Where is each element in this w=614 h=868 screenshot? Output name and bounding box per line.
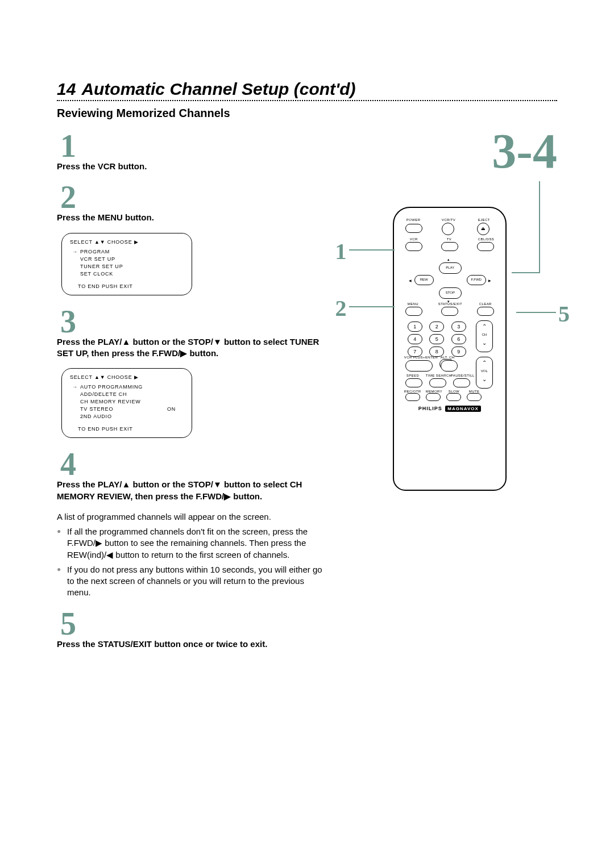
lbl-speed: SPEED bbox=[406, 374, 419, 377]
page-title: Automatic Channel Setup (cont'd) bbox=[81, 80, 355, 99]
osd2-item-1: ADD/DELETE CH bbox=[80, 391, 127, 397]
arrow-icon: → bbox=[72, 383, 78, 391]
brand-philips: PHILIPS bbox=[418, 406, 442, 411]
lbl-rew: REW bbox=[415, 278, 433, 281]
lbl-vcrtv: VCR/TV bbox=[442, 218, 455, 222]
osd2-footer: TO END PUSH EXIT bbox=[70, 426, 184, 432]
play-up-icon: ▲ bbox=[447, 258, 450, 261]
menu-button[interactable] bbox=[405, 307, 422, 316]
callout-5-line bbox=[516, 312, 556, 313]
callout-1: 1 bbox=[335, 238, 347, 265]
lbl-ffwd: F.FWD bbox=[467, 278, 486, 281]
lbl-ch: CH bbox=[476, 333, 492, 336]
vcrtv-button[interactable] bbox=[442, 223, 454, 235]
volume-rocker[interactable]: ⌃ VOL ⌄ bbox=[476, 357, 493, 389]
eject-button[interactable]: ⏏ bbox=[477, 223, 489, 235]
osd1-header: SELECT ▲▼ CHOOSE ▶ bbox=[70, 239, 184, 245]
subtitle: Reviewing Memorized Channels bbox=[57, 107, 557, 120]
callout-5: 5 bbox=[558, 301, 570, 327]
step-3-text: Press the PLAY/▲ button or the STOP/▼ bu… bbox=[57, 336, 325, 360]
step-5-number: 5 bbox=[60, 608, 325, 640]
manual-page: 14 Automatic Channel Setup (cont'd) Revi… bbox=[0, 0, 614, 693]
callout-1-line bbox=[349, 249, 395, 251]
ch-up-icon: ⌃ bbox=[476, 323, 492, 329]
lbl-vcrplus: VCR PLUS+ENTER bbox=[404, 356, 438, 359]
step-4-number: 4 bbox=[60, 448, 325, 480]
mute-button[interactable] bbox=[467, 393, 482, 401]
rew-left-icon: ◀ bbox=[409, 278, 412, 282]
step-4-text: Press the PLAY/▲ button or the STOP/▼ bu… bbox=[57, 479, 325, 502]
arrow-icon: → bbox=[72, 248, 78, 256]
callout-34-line-v bbox=[539, 207, 540, 272]
callout-34-line-h bbox=[512, 272, 540, 273]
stop-button[interactable]: STOP bbox=[439, 287, 462, 299]
rec-button[interactable] bbox=[405, 393, 420, 401]
osd1-item-0: PROGRAM bbox=[80, 249, 110, 254]
lbl-status: STATUS/EXIT bbox=[438, 302, 462, 306]
osd1-item-3: SET CLOCK bbox=[80, 271, 113, 277]
clear-button[interactable] bbox=[477, 307, 494, 316]
pause-still-button[interactable] bbox=[453, 378, 470, 387]
num-2-button[interactable]: 2 bbox=[429, 322, 444, 332]
callout-34-line bbox=[539, 181, 540, 207]
lbl-vol: VOL bbox=[476, 369, 492, 373]
tv-button[interactable] bbox=[441, 242, 458, 251]
ffwd-right-icon: ▶ bbox=[488, 278, 491, 282]
eject-icon: ⏏ bbox=[478, 226, 489, 231]
osd2-item-3: TV STEREO bbox=[80, 406, 113, 412]
vcrplus-button[interactable] bbox=[405, 360, 433, 372]
lbl-clear: CLEAR bbox=[479, 302, 492, 306]
ch-down-icon: ⌄ bbox=[476, 340, 492, 346]
remote-column: 3-4 1 2 5 POWER VCR/TV EJECT bbox=[342, 130, 557, 659]
osd-menu-2: SELECT ▲▼ CHOOSE ▶ → AUTO PROGRAMMING AD… bbox=[61, 368, 192, 438]
big-step-range: 3-4 bbox=[342, 127, 557, 176]
page-header: 14 Automatic Channel Setup (cont'd) bbox=[57, 80, 557, 101]
small-row bbox=[405, 393, 482, 401]
callout-2-line bbox=[349, 306, 395, 307]
slow-button[interactable] bbox=[446, 393, 461, 401]
time-search-button[interactable] bbox=[429, 378, 446, 387]
lbl-power: POWER bbox=[406, 218, 421, 222]
num-3-button[interactable]: 3 bbox=[451, 322, 466, 332]
osd2-items: → AUTO PROGRAMMING ADD/DELETE CH CH MEMO… bbox=[70, 383, 184, 420]
ffwd-button[interactable]: F.FWD bbox=[467, 275, 486, 285]
play-button[interactable]: PLAY bbox=[439, 262, 462, 274]
osd2-item-4: 2ND AUDIO bbox=[80, 414, 112, 419]
page-number: 14 bbox=[57, 80, 76, 99]
step-2-text: Press the MENU button. bbox=[57, 212, 325, 223]
osd1-item-2: TUNER SET UP bbox=[80, 264, 123, 269]
step-3-number: 3 bbox=[60, 306, 325, 337]
num-1-button[interactable]: 1 bbox=[408, 322, 422, 332]
num-6-button[interactable]: 6 bbox=[451, 334, 466, 344]
channel-rocker[interactable]: ⌃ CH ⌄ bbox=[476, 320, 493, 352]
step-5-text: Press the STATUS/EXIT button once or twi… bbox=[57, 639, 325, 650]
memory-button[interactable] bbox=[426, 393, 441, 401]
speed-button[interactable] bbox=[405, 378, 422, 387]
lbl-cbl: CBL/DSS bbox=[478, 237, 494, 241]
step-4-bullets: If all the programmed channels don't fit… bbox=[57, 526, 325, 599]
osd1-items: → PROGRAM VCR SET UP TUNER SET UP SET CL… bbox=[70, 248, 184, 278]
lbl-tv: TV bbox=[447, 237, 451, 241]
rew-button[interactable]: REW bbox=[414, 275, 434, 285]
step-1-number: 1 bbox=[60, 130, 325, 162]
content-row: 1 Press the VCR button. 2 Press the MENU… bbox=[57, 130, 557, 659]
step-4-bullet-1: If you do not press any buttons within 1… bbox=[57, 564, 325, 599]
step-4-body: A list of programmed channels will appea… bbox=[57, 511, 325, 523]
callout-2: 2 bbox=[335, 295, 347, 322]
step-2-number: 2 bbox=[60, 181, 325, 213]
cbl-button[interactable] bbox=[477, 242, 494, 251]
lbl-menu: MENU bbox=[408, 302, 418, 306]
lbl-play: PLAY bbox=[439, 266, 461, 269]
vcr-button[interactable] bbox=[405, 242, 422, 251]
brand-label: PHILIPS MAGNAVOX bbox=[394, 406, 505, 411]
lbl-pause: PAUSE/STILL bbox=[451, 374, 475, 377]
vol-up-icon: ⌃ bbox=[476, 360, 492, 366]
num-4-button[interactable]: 4 bbox=[408, 334, 422, 344]
lbl-stop: STOP bbox=[439, 291, 461, 294]
altch-button[interactable] bbox=[441, 360, 458, 372]
num-5-button[interactable]: 5 bbox=[429, 334, 444, 344]
lbl-altch: ALT. CH bbox=[441, 356, 455, 359]
status-exit-button[interactable] bbox=[441, 307, 458, 316]
osd2-item-2: CH MEMORY REVIEW bbox=[80, 399, 140, 404]
power-button[interactable] bbox=[405, 224, 422, 233]
